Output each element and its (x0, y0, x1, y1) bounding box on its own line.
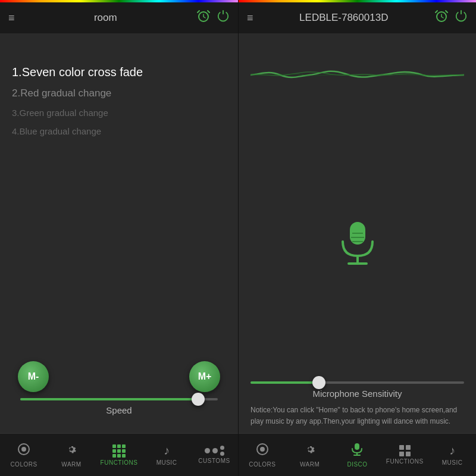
right-nav-disco-label: DISCO (347, 461, 367, 468)
left-header-title: room (21, 12, 190, 24)
right-power-icon[interactable] (455, 10, 468, 26)
left-hamburger-icon[interactable]: ≡ (8, 12, 15, 24)
m-buttons-row: M- M+ (12, 361, 226, 392)
disco-mic-icon (351, 443, 363, 459)
right-nav-colors[interactable]: COLORS (239, 434, 286, 476)
svg-point-11 (261, 447, 264, 451)
mic-slider-thumb[interactable] (312, 376, 325, 389)
left-nav-warm[interactable]: WARM (48, 434, 95, 476)
mode-item-2[interactable]: 2.Red gradual change (12, 85, 226, 102)
speed-slider-label: Speed (20, 405, 218, 415)
right-nav-warm-label: WARM (300, 461, 320, 468)
speed-slider-thumb[interactable] (192, 393, 205, 406)
right-header-title: LEDBLE-7860013D (259, 12, 428, 24)
mic-slider-fill (250, 381, 319, 384)
right-nav-functions[interactable]: FUNCTIONS (381, 434, 428, 476)
functions-grid-icon (112, 444, 126, 458)
right-alarm-icon[interactable] (434, 9, 449, 27)
m-plus-button[interactable]: M+ (189, 361, 220, 392)
right-music-icon: ♪ (449, 444, 455, 458)
colors-circle-icon (17, 443, 30, 459)
right-nav-colors-label: COLORS (249, 461, 275, 468)
mode-item-3[interactable]: 3.Green gradual change (12, 105, 226, 120)
left-bottom-nav: COLORS WARM FUNCTIONS ♪ (0, 433, 238, 476)
warm-gear-icon (65, 443, 78, 459)
m-minus-button[interactable]: M- (18, 361, 49, 392)
mic-area (239, 111, 476, 381)
svg-point-2 (22, 447, 26, 451)
mode-item-1[interactable]: 1.Seven color cross fade (12, 63, 226, 82)
left-nav-music-label: MUSIC (156, 459, 177, 466)
left-power-icon[interactable] (217, 10, 230, 26)
left-nav-functions-label: FUNCTIONS (101, 459, 138, 466)
right-bottom-nav: COLORS WARM DISCO (239, 433, 476, 476)
mode-item-4[interactable]: 4.Blue gradual change (12, 124, 226, 139)
left-main-content: 1.Seven color cross fade 2.Red gradual c… (0, 33, 238, 433)
right-main-content: Microphone Sensitivity Notice:You can cl… (239, 33, 476, 433)
music-note-icon: ♪ (164, 444, 170, 458)
notice-text: Notice:You can click "Home" to back to p… (239, 399, 476, 433)
right-hamburger-icon[interactable]: ≡ (247, 12, 253, 24)
left-alarm-icon[interactable] (196, 9, 211, 27)
right-warm-icon (303, 443, 317, 459)
speed-slider-fill (20, 398, 198, 400)
waveform-svg (250, 57, 464, 93)
mic-slider-label: Microphone Sensitivity (250, 389, 464, 399)
right-nav-disco[interactable]: DISCO (334, 434, 381, 476)
left-nav-customs[interactable]: CUSTOMS (190, 434, 238, 476)
left-nav-customs-label: CUSTOMS (198, 458, 230, 464)
right-nav-music-label: MUSIC (442, 459, 463, 466)
right-colors-icon (256, 443, 269, 459)
speed-slider-container: Speed (12, 398, 226, 415)
svg-rect-12 (355, 443, 359, 450)
microphone-icon (337, 219, 378, 273)
customs-dots-icon (205, 446, 224, 456)
left-nav-functions[interactable]: FUNCTIONS (95, 434, 143, 476)
right-header: ≡ LEDBLE-7860013D (239, 2, 476, 33)
right-nav-warm[interactable]: WARM (286, 434, 334, 476)
left-panel: ≡ room 1.Seven color cross fade 2.Red gr… (0, 0, 238, 476)
left-nav-colors[interactable]: COLORS (0, 434, 48, 476)
waveform-area (239, 39, 476, 111)
right-nav-functions-label: FUNCTIONS (386, 458, 424, 465)
right-nav-music[interactable]: ♪ MUSIC (428, 434, 476, 476)
left-nav-warm-label: WARM (61, 461, 81, 468)
right-panel: ≡ LEDBLE-7860013D (238, 0, 476, 476)
left-header: ≡ room (0, 2, 238, 33)
mode-list: 1.Seven color cross fade 2.Red gradual c… (12, 63, 226, 139)
left-nav-music[interactable]: ♪ MUSIC (143, 434, 190, 476)
speed-slider-track[interactable] (20, 398, 218, 400)
mic-slider-track[interactable] (250, 381, 464, 384)
mic-slider-container: Microphone Sensitivity (239, 381, 476, 399)
right-functions-icon (399, 445, 411, 456)
left-nav-colors-label: COLORS (10, 461, 37, 468)
